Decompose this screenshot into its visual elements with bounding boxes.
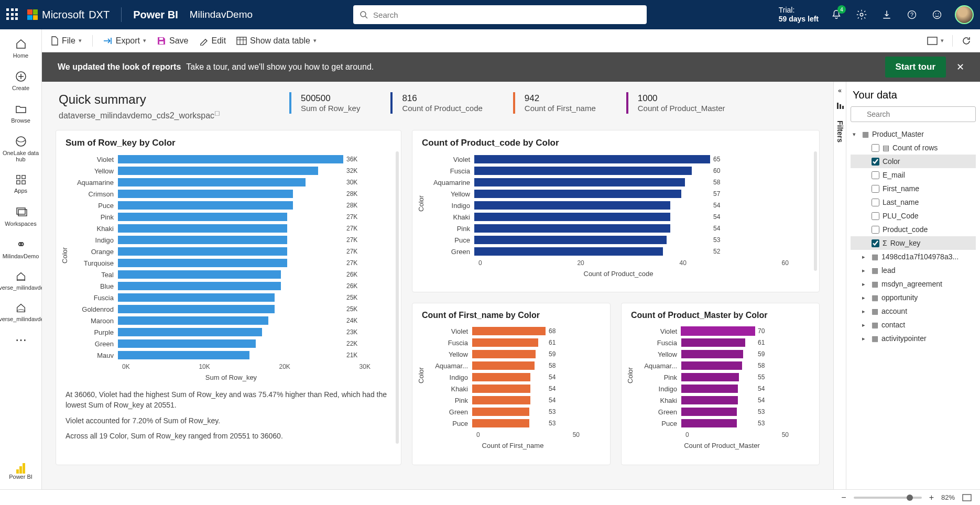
- nav-powerbi[interactable]: Power BI: [0, 459, 41, 484]
- bar-row[interactable]: Fuscia 61: [425, 337, 601, 348]
- field-checkbox[interactable]: [872, 158, 879, 166]
- bar-row[interactable]: Green 53: [425, 406, 601, 418]
- data-search-input[interactable]: [851, 106, 976, 122]
- field-checkbox[interactable]: [872, 171, 879, 179]
- close-icon[interactable]: ✕: [956, 61, 964, 73]
- field-item[interactable]: ▤Count of rows: [851, 141, 976, 155]
- field-checkbox[interactable]: [872, 239, 879, 247]
- filters-pane-collapsed[interactable]: « Filters: [833, 82, 846, 489]
- expand-icon[interactable]: «: [838, 87, 842, 94]
- field-checkbox[interactable]: [872, 212, 879, 220]
- kpi-card[interactable]: 500500Sum of Row_key: [289, 92, 369, 114]
- field-item[interactable]: PLU_Code: [851, 209, 976, 223]
- scrollbar[interactable]: [814, 151, 817, 271]
- bar-row[interactable]: Yellow 59: [425, 348, 601, 360]
- chart-card-productcode[interactable]: Count of Product_code by Color Color Vio…: [412, 130, 820, 292]
- bar-row[interactable]: Pink 55: [634, 371, 810, 383]
- product-name[interactable]: Power BI: [133, 9, 178, 21]
- bar-row[interactable]: Puce 53: [427, 234, 810, 246]
- bar-row[interactable]: Indigo 54: [425, 371, 601, 383]
- bar-row[interactable]: Teal 26K: [71, 269, 391, 280]
- bar-row[interactable]: Khaki 54: [425, 383, 601, 394]
- bar-row[interactable]: Violet 70: [634, 325, 810, 337]
- bar-row[interactable]: Maroon 24K: [71, 315, 391, 326]
- field-checkbox[interactable]: [872, 185, 879, 193]
- chart-card-productmaster[interactable]: Count of Product_Master by Color Color V…: [621, 303, 820, 465]
- feedback-button[interactable]: [930, 7, 944, 22]
- bar-row[interactable]: Pink 54: [427, 223, 810, 234]
- show-data-table-button[interactable]: Show data table▾: [236, 36, 317, 46]
- bar-row[interactable]: Mauv 21K: [71, 349, 391, 361]
- bar-row[interactable]: Yellow 59: [634, 348, 810, 360]
- bar-row[interactable]: Pink 54: [425, 394, 601, 406]
- field-item[interactable]: Color: [851, 155, 976, 168]
- bar-row[interactable]: Indigo 27K: [71, 234, 391, 246]
- bar-row[interactable]: Aquamarine 30K: [71, 177, 391, 188]
- fit-to-page-button[interactable]: [962, 494, 972, 501]
- scrollbar[interactable]: [396, 151, 399, 444]
- field-item[interactable]: Last_name: [851, 195, 976, 209]
- nav-workspace-current[interactable]: ⚭MilindavDemo: [0, 234, 41, 264]
- tree-table[interactable]: ▸▦contact: [851, 318, 976, 332]
- help-button[interactable]: ?: [905, 7, 919, 22]
- tree-table[interactable]: ▸▦opportunity: [851, 291, 976, 304]
- nav-create[interactable]: Create: [0, 66, 41, 95]
- bar-row[interactable]: Purple 23K: [71, 326, 391, 338]
- tree-table[interactable]: ▸▦lead: [851, 264, 976, 277]
- search-input[interactable]: [373, 10, 640, 19]
- nav-apps[interactable]: Apps: [0, 170, 41, 198]
- bar-row[interactable]: Goldenrod 25K: [71, 303, 391, 315]
- tree-table[interactable]: ▸▦activitypointer: [851, 332, 976, 345]
- save-button[interactable]: Save: [157, 36, 188, 46]
- field-item[interactable]: ΣRow_key: [851, 236, 976, 250]
- bar-row[interactable]: Indigo 54: [427, 200, 810, 211]
- nav-more[interactable]: ⋯: [0, 330, 41, 353]
- notifications-button[interactable]: 4: [829, 7, 844, 22]
- chart-card-firstname[interactable]: Count of First_name by Color Color Viole…: [412, 303, 611, 465]
- bar-row[interactable]: Aquamarine 58: [427, 177, 810, 188]
- tree-table[interactable]: ▸▦1498cd1a7f104978a3...: [851, 250, 976, 264]
- bar-row[interactable]: Puce 53: [425, 418, 601, 429]
- settings-button[interactable]: [854, 7, 869, 22]
- field-checkbox[interactable]: [872, 226, 879, 234]
- bar-row[interactable]: Khaki 54: [427, 211, 810, 223]
- bar-row[interactable]: Fuscia 25K: [71, 292, 391, 303]
- zoom-out-button[interactable]: −: [841, 493, 846, 502]
- bar-row[interactable]: Yellow 57: [427, 188, 810, 200]
- field-item[interactable]: First_name: [851, 182, 976, 195]
- nav-dataset-1[interactable]: dataverse_milindavdem...: [0, 267, 41, 295]
- tree-table[interactable]: ▸▦account: [851, 304, 976, 318]
- zoom-in-button[interactable]: +: [929, 493, 934, 502]
- nav-onelake[interactable]: OneLake data hub: [0, 131, 41, 167]
- kpi-card[interactable]: 942Count of First_name: [513, 92, 605, 114]
- bar-row[interactable]: Violet 36K: [71, 153, 391, 165]
- download-button[interactable]: [879, 7, 894, 22]
- user-avatar[interactable]: [955, 5, 974, 24]
- bar-row[interactable]: Violet 68: [425, 325, 601, 337]
- bar-row[interactable]: Khaki 27K: [71, 223, 391, 234]
- bar-row[interactable]: Puce 28K: [71, 200, 391, 211]
- export-menu[interactable]: Export▾: [103, 36, 146, 46]
- bar-row[interactable]: Green 52: [427, 246, 810, 257]
- view-mode-button[interactable]: ▾: [927, 37, 944, 45]
- bar-row[interactable]: Puce 53: [634, 418, 810, 429]
- field-checkbox[interactable]: [872, 144, 879, 152]
- edit-button[interactable]: Edit: [199, 36, 226, 46]
- app-launcher-icon[interactable]: [6, 8, 19, 21]
- bar-row[interactable]: Indigo 54: [634, 383, 810, 394]
- field-item[interactable]: Product_code: [851, 223, 976, 236]
- bar-row[interactable]: Green 53: [634, 406, 810, 418]
- start-tour-button[interactable]: Start tour: [885, 57, 946, 78]
- bar-row[interactable]: Green 22K: [71, 338, 391, 349]
- bar-row[interactable]: Pink 27K: [71, 211, 391, 223]
- tree-table[interactable]: ▸▦msdyn_agreement: [851, 277, 976, 291]
- kpi-card[interactable]: 1000Count of Product_Master: [626, 92, 735, 114]
- refresh-button[interactable]: [961, 36, 972, 46]
- bar-row[interactable]: Blue 26K: [71, 280, 391, 292]
- bar-row[interactable]: Aquamar... 58: [425, 360, 601, 371]
- workspace-name[interactable]: MilindavDemo: [190, 9, 253, 20]
- tree-table-productmaster[interactable]: ▾▦Product_Master: [851, 127, 976, 141]
- nav-workspaces[interactable]: Workspaces: [0, 202, 41, 231]
- bar-row[interactable]: Fuscia 61: [634, 337, 810, 348]
- bar-row[interactable]: Yellow 32K: [71, 165, 391, 177]
